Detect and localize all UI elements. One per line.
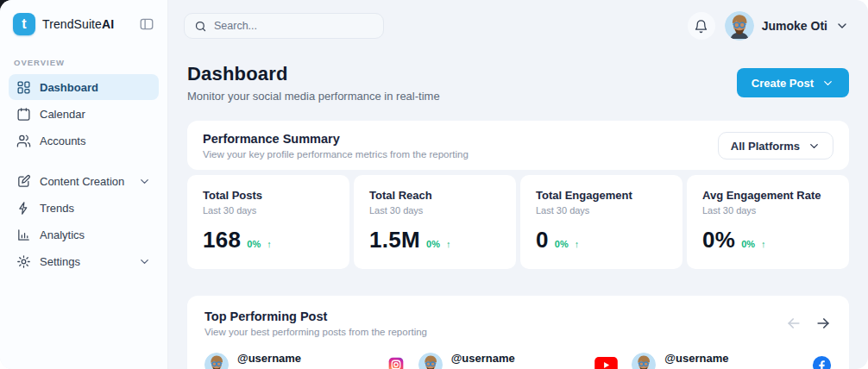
top-posts-header: Top Performing Post View your best perfo… [204, 310, 832, 337]
search-icon [194, 20, 207, 33]
chevron-down-icon [808, 140, 821, 153]
post-card-instagram[interactable]: @username Published Sep 22, 2025 [204, 352, 405, 369]
sidebar-item-analytics[interactable]: Analytics [9, 222, 159, 247]
arrow-left-icon [785, 315, 802, 332]
chevron-down-icon [835, 19, 849, 33]
sidebar-item-label: Dashboard [40, 81, 98, 94]
facebook-icon [812, 355, 832, 369]
sidebar-nav: Dashboard Calendar Accounts Content Crea… [9, 74, 159, 275]
metric-value: 1.5M [369, 227, 420, 253]
sidebar-item-calendar[interactable]: Calendar [9, 101, 159, 127]
search-input[interactable] [214, 20, 374, 32]
brand-logo-icon: t [13, 13, 35, 35]
notifications-button[interactable] [688, 12, 715, 40]
users-icon [16, 134, 31, 148]
instagram-icon [387, 356, 405, 369]
page-title: Dashboard [187, 63, 440, 85]
arrow-right-icon [815, 315, 832, 332]
chevron-down-icon [821, 77, 834, 90]
post-username: @username [237, 352, 334, 365]
gear-icon [16, 254, 31, 269]
brand: t TrendSuiteAI [9, 13, 159, 35]
sidebar-item-label: Analytics [40, 228, 85, 241]
trend-up-icon: ↑ [446, 239, 451, 249]
sidebar-item-content-creation[interactable]: Content Creation [9, 168, 159, 194]
post-card-facebook[interactable]: @username Published Sep 22, 2025 [632, 352, 832, 369]
trend-up-icon: ↑ [267, 239, 272, 249]
metrics-row: Total Posts Last 30 days 168 0% ↑ Total … [187, 175, 849, 269]
chevron-down-icon [138, 255, 151, 268]
sidebar-collapse-button[interactable] [139, 16, 154, 32]
chevron-down-icon [138, 175, 151, 188]
metric-card-total-engagement: Total Engagement Last 30 days 0 0% ↑ [520, 175, 682, 269]
trend-up-icon: ↑ [575, 239, 580, 249]
sidebar-item-label: Trends [40, 202, 74, 215]
post-username: @username [451, 352, 548, 365]
prev-arrow-button[interactable] [785, 315, 802, 332]
page-header: Dashboard Monitor your social media perf… [187, 63, 849, 103]
sidebar-item-label: Accounts [40, 134, 85, 147]
sidebar-item-label: Calendar [40, 108, 85, 121]
sidebar-group-divider [9, 154, 159, 168]
bell-icon [694, 19, 708, 34]
page-subtitle: Monitor your social media performance in… [187, 90, 440, 103]
topbar-right: Jumoke Oti [688, 11, 849, 41]
metric-card-total-reach: Total Reach Last 30 days 1.5M 0% ↑ [354, 175, 516, 269]
dashboard-grid-icon [16, 80, 31, 95]
content: Dashboard Monitor your social media perf… [168, 52, 868, 369]
bar-chart-icon [16, 228, 31, 242]
metric-card-avg-engagement-rate: Avg Engagement Rate Last 30 days 0% 0% ↑ [687, 175, 849, 269]
performance-summary-card: Performance Summary View your key profil… [187, 121, 849, 170]
metric-change: 0% [426, 239, 440, 249]
performance-summary-subtitle: View your key profile performance metric… [203, 149, 469, 159]
sidebar-item-trends[interactable]: Trends [9, 195, 159, 221]
sidebar-item-settings[interactable]: Settings [9, 248, 159, 274]
posts-row: @username Published Sep 22, 2025 @userna… [204, 352, 832, 369]
metric-change: 0% [555, 239, 569, 249]
file-pen-icon [16, 174, 31, 189]
lightning-icon [16, 201, 31, 216]
sidebar-item-label: Settings [40, 255, 80, 268]
sidebar-item-label: Content Creation [40, 175, 124, 188]
trend-up-icon: ↑ [761, 239, 766, 249]
sidebar-section-label: OVERVIEW [14, 58, 154, 67]
app-window: t TrendSuiteAI OVERVIEW Dashboard Calend… [0, 0, 868, 369]
post-avatar [632, 353, 656, 369]
metric-value: 0% [702, 227, 735, 253]
posts-pager [785, 310, 832, 332]
sidebar-item-dashboard[interactable]: Dashboard [9, 74, 159, 100]
topbar: Jumoke Oti [168, 0, 868, 52]
user-name: Jumoke Oti [762, 19, 827, 33]
sidebar-item-accounts[interactable]: Accounts [9, 128, 159, 153]
post-avatar [204, 353, 229, 369]
metric-change: 0% [741, 239, 755, 249]
platform-filter-dropdown[interactable]: All Platforms [718, 132, 833, 159]
post-avatar [418, 353, 443, 369]
top-posts-subtitle: View your best performing posts from the… [204, 327, 427, 337]
metric-value: 168 [203, 227, 241, 253]
sidebar: t TrendSuiteAI OVERVIEW Dashboard Calend… [0, 0, 168, 369]
metric-card-total-posts: Total Posts Last 30 days 168 0% ↑ [187, 175, 349, 269]
top-performing-post-card: Top Performing Post View your best perfo… [187, 296, 849, 369]
metric-value: 0 [536, 227, 549, 253]
post-username: @username [664, 352, 761, 365]
main-area: Jumoke Oti Dashboard Monitor your social… [168, 0, 868, 369]
youtube-icon [594, 357, 618, 369]
performance-summary-title: Performance Summary [203, 132, 469, 146]
user-avatar [725, 11, 754, 41]
brand-name: TrendSuiteAI [42, 17, 114, 31]
top-posts-title: Top Performing Post [204, 310, 427, 323]
search-box [184, 13, 384, 39]
calendar-icon [16, 107, 31, 122]
panel-left-icon [139, 16, 154, 32]
next-arrow-button[interactable] [815, 315, 832, 332]
user-menu[interactable]: Jumoke Oti [725, 11, 849, 41]
create-post-button[interactable]: Create Post [737, 68, 849, 97]
metric-change: 0% [247, 239, 261, 249]
post-card-youtube[interactable]: @username Published Sep 22, 2025 [418, 352, 619, 369]
